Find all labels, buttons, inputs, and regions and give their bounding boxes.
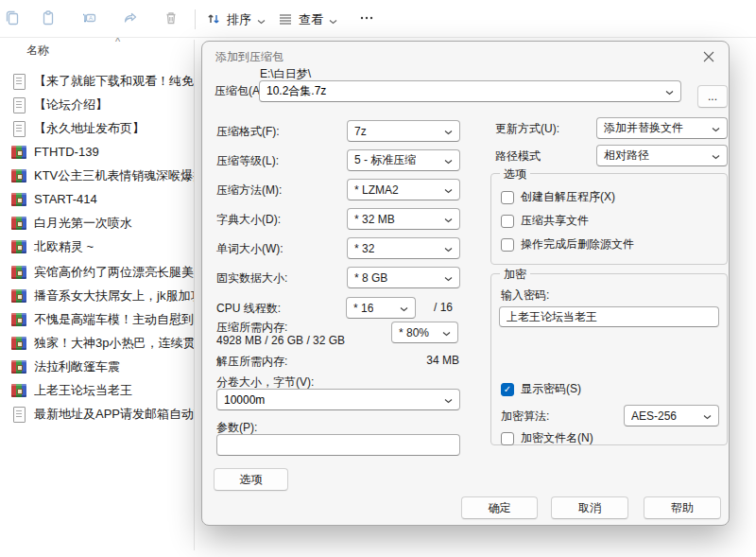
memory-percent-combobox[interactable]: * 80%: [391, 322, 458, 343]
file-row[interactable]: 独家！大神3p小热巴，连续贯穿: [0, 331, 195, 355]
method-combobox[interactable]: * LZMA2: [347, 179, 460, 200]
level-combobox[interactable]: 5 - 标准压缩: [347, 149, 460, 171]
chevron-down-icon: [444, 213, 453, 226]
file-row[interactable]: KTV公主三机表情销魂深喉爆操: [0, 164, 195, 187]
chevron-down-icon: [257, 13, 266, 27]
rename-button[interactable]: A: [77, 10, 102, 29]
text-file-icon: [11, 407, 26, 422]
encryption-method-label: 加密算法:: [501, 409, 549, 425]
chevron-down-icon[interactable]: [665, 85, 674, 98]
share-button[interactable]: [118, 10, 143, 29]
file-row[interactable]: 宾馆高价约了两位漂亮长腿美女激战: [0, 260, 195, 284]
file-row[interactable]: 【论坛介绍】: [0, 93, 195, 116]
update-mode-combobox[interactable]: 添加并替换文件: [596, 117, 728, 139]
explorer-toolbar: A 排序 查看: [0, 0, 756, 38]
file-row[interactable]: 上老王论坛当老王: [0, 378, 195, 402]
format-combobox[interactable]: 7z: [347, 120, 460, 142]
parameters-input[interactable]: [216, 434, 460, 456]
word-size-combobox[interactable]: * 32: [347, 237, 460, 259]
delete-icon: [163, 9, 180, 30]
dictionary-label: 字典大小(D):: [216, 212, 281, 228]
archive-file-icon: [11, 312, 26, 327]
view-icon: [278, 11, 293, 29]
file-row[interactable]: START-414: [0, 187, 195, 211]
create-sfx-checkbox-row[interactable]: 创建自解压程序(X): [501, 189, 615, 205]
file-row[interactable]: FTHTD-139: [0, 140, 195, 164]
file-row[interactable]: 播音系女大扶屌女上，jk服加攻速: [0, 284, 195, 307]
delete-button[interactable]: [159, 10, 183, 29]
browse-button[interactable]: ...: [697, 85, 728, 108]
cancel-button[interactable]: 取消: [551, 496, 628, 519]
archive-file-icon: [11, 216, 26, 231]
chevron-down-icon: [444, 242, 453, 255]
text-file-icon: [11, 121, 26, 136]
view-dropdown[interactable]: 查看: [274, 9, 341, 31]
word-size-label: 单词大小(W):: [216, 241, 284, 257]
file-name: 白月光第一次喷水: [34, 215, 132, 232]
ok-button[interactable]: 确定: [461, 496, 538, 519]
file-name: FTHTD-139: [34, 145, 99, 159]
encryption-method-combobox[interactable]: AES-256: [624, 405, 719, 426]
update-mode-label: 更新方式(U):: [495, 121, 559, 137]
file-name: 播音系女大扶屌女上，jk服加攻速: [34, 287, 195, 305]
archive-file-icon: [11, 336, 26, 351]
archive-file-icon: [11, 145, 26, 160]
copy-button[interactable]: [0, 10, 25, 29]
text-file-icon: [11, 97, 26, 113]
password-input[interactable]: [499, 306, 719, 327]
encryption-groupbox: 加密 输入密码: 显示密码(S) 加密算法: AES-256 加密文件名(N): [490, 273, 728, 445]
chevron-down-icon: [444, 183, 453, 197]
file-row[interactable]: 最新地址及APP请发邮箱自动获取！！: [0, 402, 195, 426]
encryption-group-legend: 加密: [500, 267, 530, 283]
column-header-name[interactable]: 名称: [26, 43, 49, 59]
cpu-threads-combobox[interactable]: * 16: [346, 297, 416, 319]
encrypt-names-checkbox[interactable]: [501, 432, 514, 445]
format-value: 7z: [354, 125, 367, 138]
archive-file-icon: [11, 239, 26, 254]
options-button[interactable]: 选项: [214, 468, 288, 491]
close-button[interactable]: [698, 47, 719, 68]
file-row[interactable]: 【永久地址发布页】: [0, 116, 195, 140]
file-name: 独家！大神3p小热巴，连续贯穿: [34, 335, 195, 352]
cpu-threads-max: / 16: [434, 301, 453, 314]
archive-file-icon: [11, 359, 26, 374]
file-row[interactable]: 【来了就能下载和观看！纯免费！】: [0, 69, 195, 93]
encrypt-names-checkbox-row[interactable]: 加密文件名(N): [501, 430, 593, 446]
delete-after-checkbox[interactable]: [501, 238, 514, 252]
memory-decompress-value: 34 MB: [347, 354, 459, 367]
show-password-checkbox[interactable]: [501, 383, 514, 396]
sort-dropdown[interactable]: 排序: [202, 9, 269, 31]
archive-file-icon: [11, 265, 26, 280]
archive-name-input[interactable]: [260, 81, 665, 101]
path-mode-combobox[interactable]: 相对路径: [596, 145, 728, 166]
volume-size-input[interactable]: [217, 390, 444, 409]
paste-button[interactable]: [36, 10, 60, 29]
encryption-method-value: AES-256: [631, 409, 677, 423]
chevron-down-icon[interactable]: [444, 393, 453, 407]
create-sfx-checkbox[interactable]: [501, 191, 514, 204]
help-button[interactable]: 帮助: [644, 496, 721, 519]
more-options-button[interactable]: [354, 10, 379, 29]
file-row[interactable]: 北欧精灵 ~: [0, 235, 195, 258]
compress-shared-label: 压缩共享文件: [521, 213, 589, 229]
format-label: 压缩格式(F):: [216, 124, 280, 140]
show-password-checkbox-row[interactable]: 显示密码(S): [501, 381, 581, 397]
delete-after-checkbox-row[interactable]: 操作完成后删除源文件: [501, 236, 634, 252]
file-name: 最新地址及APP请发邮箱自动获取！！: [34, 406, 195, 423]
dictionary-combobox[interactable]: * 32 MB: [347, 208, 460, 230]
file-row[interactable]: 法拉利敞篷车震: [0, 355, 195, 378]
archive-label: 压缩包(A): [215, 83, 264, 99]
file-row[interactable]: 不愧是高端车模！主动自慰到喷水: [0, 307, 195, 331]
compress-shared-checkbox[interactable]: [501, 215, 514, 228]
add-to-archive-dialog: 添加到压缩包 压缩包(A) E:\白日梦\ ... 压缩格式(F): 7z 压缩…: [201, 41, 730, 526]
volume-size-combobox[interactable]: [216, 389, 460, 410]
show-password-label: 显示密码(S): [521, 381, 581, 397]
compress-shared-checkbox-row[interactable]: 压缩共享文件: [501, 213, 589, 229]
archive-file-icon: [11, 192, 26, 207]
method-value: * LZMA2: [354, 183, 399, 197]
solid-block-combobox[interactable]: * 8 GB: [347, 267, 460, 288]
archive-name-combobox[interactable]: [259, 80, 681, 102]
file-name: START-414: [34, 192, 97, 206]
chevron-down-icon: [712, 122, 720, 135]
file-row[interactable]: 白月光第一次喷水: [0, 211, 195, 235]
